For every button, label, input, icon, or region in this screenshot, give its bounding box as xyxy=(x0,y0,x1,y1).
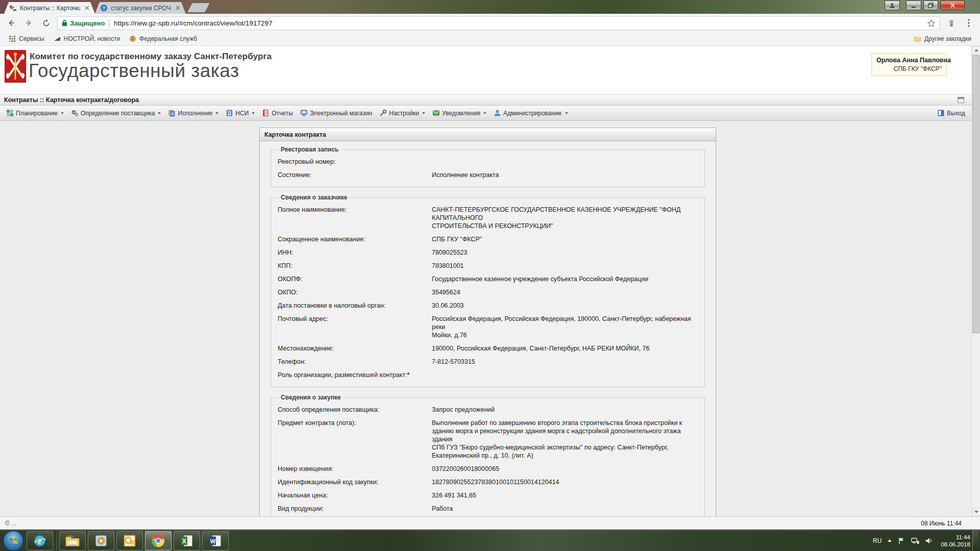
field-label: Предмет контракта (лота): xyxy=(278,419,356,427)
wrench-icon xyxy=(379,109,387,117)
bookmark-federal-service[interactable]: Федеральная служб xyxy=(126,34,201,44)
field-value: Работа xyxy=(432,505,698,513)
forward-button[interactable] xyxy=(22,17,35,29)
media-player-icon xyxy=(94,534,108,547)
tab-close-icon[interactable] xyxy=(174,5,181,12)
menu-item-execution[interactable]: Исполнение xyxy=(165,107,222,119)
reload-button[interactable] xyxy=(40,17,52,29)
close-button[interactable] xyxy=(940,1,965,10)
tab-title: Контракты :: Карточка ко xyxy=(20,5,80,12)
menu-item-eshop[interactable]: Электронный магазин xyxy=(297,107,375,119)
speaker-icon[interactable] xyxy=(925,537,933,544)
scroll-down-button[interactable] xyxy=(972,508,980,516)
new-tab-button[interactable] xyxy=(187,3,210,12)
pennant-icon xyxy=(54,35,61,42)
bookmarks-bar: Сервисы НОСТРОЙ, новости Федеральная слу… xyxy=(0,32,980,46)
tab-contracts[interactable]: Контракты :: Карточка ко xyxy=(4,2,95,14)
site-header: Комитет по государственному заказу Санкт… xyxy=(0,46,971,94)
hidden-icons-arrow[interactable] xyxy=(888,539,892,542)
field-row: Состояние: Исполнение контракта xyxy=(278,168,698,182)
field-value: 182780902552378380100101150014120414 xyxy=(432,478,698,486)
field-value: Выполнение работ по завершению второго э… xyxy=(432,419,698,460)
field-label: Реестровый номер: xyxy=(278,158,335,165)
taskbar-windows-explorer[interactable] xyxy=(59,531,86,550)
other-bookmarks-button[interactable]: Другие закладки xyxy=(910,34,975,44)
start-button[interactable] xyxy=(3,531,23,551)
svg-text:e: e xyxy=(38,536,42,546)
field-row: Способ определения поставщика: Запрос пр… xyxy=(278,403,698,416)
taskbar-internet-explorer[interactable]: e xyxy=(27,531,53,550)
scrollbar-thumb[interactable] xyxy=(972,55,979,333)
menu-item-reports[interactable]: Отчеты xyxy=(259,107,296,119)
field-label: Местонахождение: xyxy=(278,345,334,352)
chevron-down-icon xyxy=(158,112,161,114)
page-scrollbar[interactable] xyxy=(971,46,980,516)
menu-item-supplier-determination[interactable]: Определение поставщика xyxy=(68,107,164,119)
tab-close-icon[interactable] xyxy=(83,5,90,12)
field-value: 190000, Российская Федерация, Санкт-Пете… xyxy=(432,344,698,353)
taskbar-media-player[interactable] xyxy=(88,531,114,550)
show-desktop-button[interactable] xyxy=(972,530,979,551)
menu-dots-icon[interactable] xyxy=(963,17,975,29)
field-row: Дата постановки в налоговый орган: 30.06… xyxy=(278,299,698,312)
scroll-up-button[interactable] xyxy=(972,46,980,55)
field-row: Местонахождение: 190000, Российская Феде… xyxy=(278,342,698,355)
collapse-panel-icon[interactable] xyxy=(958,97,964,103)
chevron-down-icon xyxy=(483,112,486,114)
chevron-down-icon xyxy=(215,112,218,114)
bookmark-star-icon[interactable] xyxy=(927,19,936,28)
field-value: 0372200260018000065 xyxy=(432,465,698,473)
field-row: Сокращенное наименование: СПБ ГКУ "ФКСР" xyxy=(278,233,698,246)
gears-icon xyxy=(71,109,79,117)
field-row: Полное наименование: САНКТ-ПЕТЕРБУРГСКОЕ… xyxy=(278,203,698,233)
field-label: Начальная цена: xyxy=(278,492,328,499)
contract-card-panel: Карточка контракта Реестровая запись Рее… xyxy=(259,128,716,516)
menu-item-settings[interactable]: Настройки xyxy=(376,107,428,119)
menu-item-notifications[interactable]: Уведомления xyxy=(429,107,489,119)
eagle-emblem-icon xyxy=(129,35,136,42)
back-button[interactable] xyxy=(5,17,17,29)
network-icon[interactable] xyxy=(911,537,919,544)
required-asterisk: * xyxy=(407,371,410,379)
field-label: ОКОПФ: xyxy=(278,276,303,283)
main-menu-bar: Планирование Определение поставщика Испо… xyxy=(0,106,971,121)
language-indicator[interactable]: RU xyxy=(873,537,881,544)
spb-crest-logo xyxy=(5,50,26,83)
status-left: © ... xyxy=(5,520,921,527)
field-row: Идентификационный код закупки: 182780902… xyxy=(278,475,698,489)
user-info-box: Орлова Анна Павловна СПБ ГКУ "ФКСР" xyxy=(871,53,947,76)
field-value xyxy=(432,158,698,166)
minimize-button[interactable] xyxy=(906,1,921,10)
menu-item-nsi[interactable]: НСИ xyxy=(223,107,258,119)
bookmark-nostroy[interactable]: НОСТРОЙ, новости xyxy=(50,34,124,44)
field-label: Вид продукции: xyxy=(278,505,324,512)
profile-button[interactable] xyxy=(885,1,900,10)
taskbar-excel[interactable]: X xyxy=(174,531,200,550)
taskbar-chrome[interactable] xyxy=(145,531,172,550)
clock-time: 11:44 xyxy=(941,534,970,541)
field-label: Состояние: xyxy=(278,171,311,179)
section-legend: Сведения о заказчике xyxy=(279,194,349,201)
field-value: 326 491 341,65 xyxy=(432,491,698,499)
bookmark-services[interactable]: Сервисы xyxy=(5,34,48,44)
extension-icon[interactable] xyxy=(945,17,958,29)
taskbar-outlook[interactable] xyxy=(116,531,143,550)
address-bar[interactable]: Защищено | https://new.gz-spb.ru/#cm/con… xyxy=(57,16,940,30)
logout-button[interactable]: Выход xyxy=(934,107,968,119)
field-row: ОКПО: 35495624 xyxy=(278,286,698,299)
lock-icon xyxy=(62,19,67,27)
tab-status[interactable]: ? статус закупки СРОЧНО xyxy=(95,2,186,14)
taskbar-clock[interactable]: 11:44 08.06.2018 xyxy=(941,534,970,548)
menu-item-planning[interactable]: Планирование xyxy=(3,107,67,119)
url-text[interactable]: https://new.gz-spb.ru/#cm/contract/view/… xyxy=(114,19,923,27)
taskbar-word[interactable]: W xyxy=(202,531,229,550)
field-label: Способ определения поставщика: xyxy=(278,406,379,413)
menu-item-administration[interactable]: Администрирование xyxy=(491,107,571,119)
excel-icon: X xyxy=(180,534,193,547)
breadcrumb-bar: Контракты :: Карточка контракта/договора xyxy=(0,94,971,106)
field-row: Вид продукции: Работа xyxy=(278,502,698,515)
maximize-button[interactable] xyxy=(923,1,938,10)
field-label: Почтовый адрес: xyxy=(278,315,328,322)
action-center-flag-icon[interactable] xyxy=(898,537,905,544)
secure-badge[interactable]: Защищено xyxy=(62,19,105,27)
